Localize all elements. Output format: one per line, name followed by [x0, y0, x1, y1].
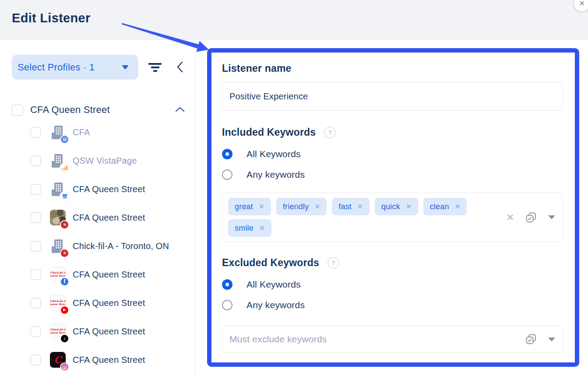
profile-row[interactable]: Chick-fil-AQueen Street♪CFA Queen Street: [0, 317, 195, 346]
profile-list: ▤CFA QSW VistaPage CFA Queen Street✳CFA …: [0, 118, 195, 374]
keyword-tag-label: friendly: [283, 202, 309, 211]
facebook-badge-icon: f: [60, 277, 69, 286]
keyword-tag-label: quick: [381, 202, 400, 211]
profile-row[interactable]: ▤CFA: [0, 118, 195, 147]
profile-avatar: [50, 181, 67, 198]
keyword-tag-label: fast: [338, 202, 352, 211]
profile-checkbox[interactable]: [30, 155, 41, 166]
clear-all-icon[interactable]: ✕: [506, 213, 514, 222]
select-profiles-dropdown[interactable]: Select Profiles · 1: [12, 55, 138, 80]
profile-checkbox[interactable]: [30, 326, 41, 337]
profile-checkbox[interactable]: [30, 127, 41, 138]
group-checkbox[interactable]: [11, 104, 23, 116]
profile-row[interactable]: CCFA Queen Street: [0, 346, 195, 374]
excluded-all-keywords-option[interactable]: All Keywords: [222, 279, 301, 290]
profile-checkbox[interactable]: [30, 241, 41, 252]
excluded-any-keywords-label: Any keywords: [246, 300, 305, 310]
profile-checkbox[interactable]: [30, 184, 41, 195]
profile-avatar: Chick-fil-AQueen Street♪: [50, 323, 67, 340]
included-keywords-field[interactable]: great✕friendly✕fast✕quick✕clean✕smile✕ ✕: [222, 193, 563, 242]
remove-keyword-icon[interactable]: ✕: [259, 224, 265, 232]
excluded-help-icon[interactable]: ?: [327, 257, 339, 269]
profile-row[interactable]: QSW VistaPage: [0, 147, 195, 175]
radio-icon[interactable]: [222, 300, 232, 310]
included-all-keywords-option[interactable]: All Keywords: [222, 149, 301, 159]
profile-label: QSW VistaPage: [73, 156, 137, 166]
yelp-badge-icon: ✳: [60, 220, 69, 229]
remove-keyword-icon[interactable]: ✕: [259, 203, 264, 211]
listener-name-label: Listener name: [222, 63, 564, 74]
profile-row[interactable]: Chick-fil-AQueen Street▶CFA Queen Street: [0, 289, 195, 317]
included-all-keywords-label: All Keywords: [246, 149, 301, 159]
profile-row[interactable]: ✳Chick-fil-A - Toronto, ON: [0, 232, 195, 260]
keyword-tag: great✕: [228, 198, 271, 215]
profile-checkbox[interactable]: [30, 212, 41, 223]
yelp-badge-icon: ✳: [60, 249, 69, 258]
profile-checkbox[interactable]: [30, 269, 41, 280]
radio-icon[interactable]: [222, 279, 232, 290]
profile-checkbox[interactable]: [30, 355, 41, 365]
profile-label: CFA Queen Street: [73, 327, 145, 337]
excluded-all-keywords-label: All Keywords: [246, 279, 301, 290]
dropdown-caret-icon[interactable]: [548, 337, 555, 341]
included-keyword-tags: great✕friendly✕fast✕quick✕clean✕smile✕: [228, 198, 491, 237]
dropdown-caret-icon[interactable]: [548, 215, 555, 219]
profile-label: CFA Queen Street: [73, 355, 145, 365]
included-any-keywords-option[interactable]: Any keywords: [222, 169, 305, 180]
profile-avatar: ▤: [50, 124, 67, 141]
profile-avatar: ✳: [50, 210, 67, 226]
remove-keyword-icon[interactable]: ✕: [406, 203, 412, 211]
included-any-keywords-label: Any keywords: [246, 169, 305, 180]
excluded-any-keywords-option[interactable]: Any keywords: [222, 300, 305, 310]
keyword-tag: clean✕: [423, 198, 467, 215]
youtube-badge-icon: ▶: [60, 306, 69, 315]
select-profiles-label: Select Profiles · 1: [18, 62, 95, 73]
profile-avatar: Chick-fil-AQueen Streetf: [50, 267, 67, 283]
analytics-badge-icon: [60, 163, 69, 172]
copy-icon[interactable]: [525, 211, 537, 224]
chevron-up-icon[interactable]: [175, 106, 185, 112]
chevron-left-icon: [176, 61, 183, 73]
keyword-tag-label: smile: [235, 224, 254, 233]
profile-label: CFA: [73, 127, 90, 137]
profile-avatar: Chick-fil-AQueen Street▶: [50, 295, 67, 312]
radio-icon[interactable]: [222, 149, 232, 159]
remove-keyword-icon[interactable]: ✕: [357, 203, 363, 211]
profile-avatar: C: [50, 352, 67, 369]
profile-group-row[interactable]: CFA Queen Street: [0, 102, 195, 117]
radio-icon[interactable]: [222, 169, 232, 180]
profile-label: CFA Queen Street: [73, 184, 145, 194]
tiktok-badge-icon: ♪: [60, 334, 69, 343]
profile-row[interactable]: CFA Queen Street: [0, 175, 195, 204]
profile-label: CFA Queen Street: [73, 213, 145, 223]
page-title: Edit Listener: [12, 11, 91, 25]
excluded-keywords-input[interactable]: [223, 334, 497, 344]
directory-badge-icon: ▤: [60, 135, 69, 144]
excluded-keywords-title: Excluded Keywords: [222, 257, 319, 269]
profile-row[interactable]: Chick-fil-AQueen StreetfCFA Queen Street: [0, 260, 195, 289]
filter-button[interactable]: [147, 60, 163, 75]
group-label: CFA Queen Street: [30, 104, 110, 116]
keyword-tag-label: clean: [430, 202, 449, 211]
filter-icon: [148, 63, 162, 65]
keyword-tag: friendly✕: [276, 198, 327, 215]
copy-icon[interactable]: [525, 333, 537, 345]
listener-name-input[interactable]: [222, 82, 563, 111]
remove-keyword-icon[interactable]: ✕: [314, 203, 320, 211]
included-help-icon[interactable]: ?: [324, 127, 336, 138]
excluded-keywords-field[interactable]: [222, 326, 563, 353]
profile-label: CFA Queen Street: [73, 270, 145, 280]
dialog-header: Edit Listener: [0, 0, 588, 40]
profile-sidebar: Select Profiles · 1 CFA Queen Street ▤CF…: [0, 40, 195, 376]
remove-keyword-icon[interactable]: ✕: [455, 203, 461, 211]
keyword-tag-label: great: [235, 202, 253, 211]
profile-label: Chick-fil-A - Toronto, ON: [73, 241, 169, 251]
profile-avatar: [50, 153, 67, 169]
included-keywords-title: Included Keywords: [222, 127, 316, 138]
profile-row[interactable]: ✳CFA Queen Street: [0, 204, 195, 232]
keyword-tag: quick✕: [375, 198, 418, 215]
profile-label: CFA Queen Street: [73, 298, 145, 308]
collapse-sidebar-button[interactable]: [173, 59, 187, 75]
profile-checkbox[interactable]: [30, 298, 41, 309]
google-business-badge-icon: [60, 192, 69, 201]
